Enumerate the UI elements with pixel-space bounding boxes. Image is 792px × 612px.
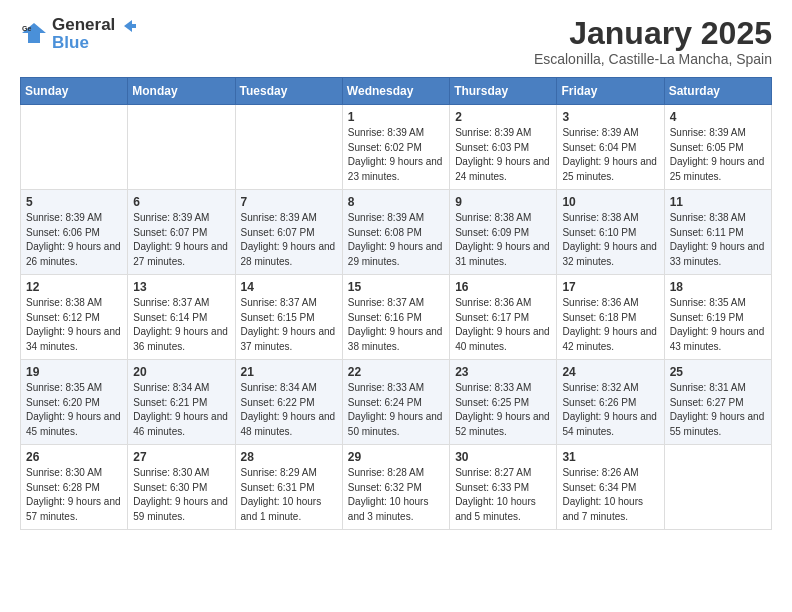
calendar-cell: 17Sunrise: 8:36 AM Sunset: 6:18 PM Dayli… [557,275,664,360]
calendar-cell: 31Sunrise: 8:26 AM Sunset: 6:34 PM Dayli… [557,445,664,530]
day-info: Sunrise: 8:37 AM Sunset: 6:16 PM Dayligh… [348,296,444,354]
day-number: 4 [670,110,766,124]
logo-text: General Blue [52,16,138,51]
weekday-header-wednesday: Wednesday [342,78,449,105]
calendar-cell: 23Sunrise: 8:33 AM Sunset: 6:25 PM Dayli… [450,360,557,445]
header: Ge General Blue January 2025 Escalonilla… [20,16,772,67]
calendar-cell: 30Sunrise: 8:27 AM Sunset: 6:33 PM Dayli… [450,445,557,530]
weekday-header-monday: Monday [128,78,235,105]
day-number: 26 [26,450,122,464]
day-info: Sunrise: 8:39 AM Sunset: 6:06 PM Dayligh… [26,211,122,269]
day-number: 23 [455,365,551,379]
calendar-cell: 21Sunrise: 8:34 AM Sunset: 6:22 PM Dayli… [235,360,342,445]
calendar-cell: 19Sunrise: 8:35 AM Sunset: 6:20 PM Dayli… [21,360,128,445]
calendar-cell: 22Sunrise: 8:33 AM Sunset: 6:24 PM Dayli… [342,360,449,445]
day-info: Sunrise: 8:27 AM Sunset: 6:33 PM Dayligh… [455,466,551,524]
day-number: 28 [241,450,337,464]
calendar-cell: 5Sunrise: 8:39 AM Sunset: 6:06 PM Daylig… [21,190,128,275]
calendar-cell: 1Sunrise: 8:39 AM Sunset: 6:02 PM Daylig… [342,105,449,190]
logo-arrow-icon [122,18,138,34]
day-number: 6 [133,195,229,209]
day-number: 2 [455,110,551,124]
day-info: Sunrise: 8:35 AM Sunset: 6:19 PM Dayligh… [670,296,766,354]
day-info: Sunrise: 8:29 AM Sunset: 6:31 PM Dayligh… [241,466,337,524]
day-info: Sunrise: 8:34 AM Sunset: 6:21 PM Dayligh… [133,381,229,439]
day-info: Sunrise: 8:39 AM Sunset: 6:03 PM Dayligh… [455,126,551,184]
calendar-cell: 11Sunrise: 8:38 AM Sunset: 6:11 PM Dayli… [664,190,771,275]
calendar-cell: 28Sunrise: 8:29 AM Sunset: 6:31 PM Dayli… [235,445,342,530]
calendar-cell: 7Sunrise: 8:39 AM Sunset: 6:07 PM Daylig… [235,190,342,275]
title-block: January 2025 Escalonilla, Castille-La Ma… [534,16,772,67]
day-number: 27 [133,450,229,464]
day-number: 13 [133,280,229,294]
day-info: Sunrise: 8:39 AM Sunset: 6:07 PM Dayligh… [241,211,337,269]
calendar-cell: 24Sunrise: 8:32 AM Sunset: 6:26 PM Dayli… [557,360,664,445]
day-number: 12 [26,280,122,294]
logo: Ge General Blue [20,16,138,51]
weekday-header-thursday: Thursday [450,78,557,105]
calendar-cell [664,445,771,530]
calendar-cell: 29Sunrise: 8:28 AM Sunset: 6:32 PM Dayli… [342,445,449,530]
day-number: 30 [455,450,551,464]
day-info: Sunrise: 8:39 AM Sunset: 6:08 PM Dayligh… [348,211,444,269]
week-row-5: 26Sunrise: 8:30 AM Sunset: 6:28 PM Dayli… [21,445,772,530]
day-info: Sunrise: 8:39 AM Sunset: 6:02 PM Dayligh… [348,126,444,184]
calendar-cell: 8Sunrise: 8:39 AM Sunset: 6:08 PM Daylig… [342,190,449,275]
calendar-cell [128,105,235,190]
weekday-header-tuesday: Tuesday [235,78,342,105]
day-number: 3 [562,110,658,124]
calendar-cell: 9Sunrise: 8:38 AM Sunset: 6:09 PM Daylig… [450,190,557,275]
day-info: Sunrise: 8:30 AM Sunset: 6:28 PM Dayligh… [26,466,122,524]
day-info: Sunrise: 8:36 AM Sunset: 6:17 PM Dayligh… [455,296,551,354]
weekday-header-sunday: Sunday [21,78,128,105]
calendar-body: 1Sunrise: 8:39 AM Sunset: 6:02 PM Daylig… [21,105,772,530]
day-info: Sunrise: 8:36 AM Sunset: 6:18 PM Dayligh… [562,296,658,354]
day-info: Sunrise: 8:26 AM Sunset: 6:34 PM Dayligh… [562,466,658,524]
day-number: 10 [562,195,658,209]
day-number: 8 [348,195,444,209]
day-number: 20 [133,365,229,379]
week-row-1: 1Sunrise: 8:39 AM Sunset: 6:02 PM Daylig… [21,105,772,190]
day-number: 17 [562,280,658,294]
day-number: 31 [562,450,658,464]
day-info: Sunrise: 8:35 AM Sunset: 6:20 PM Dayligh… [26,381,122,439]
location: Escalonilla, Castille-La Mancha, Spain [534,51,772,67]
page: Ge General Blue January 2025 Escalonilla… [0,0,792,550]
day-info: Sunrise: 8:38 AM Sunset: 6:09 PM Dayligh… [455,211,551,269]
day-number: 18 [670,280,766,294]
day-info: Sunrise: 8:28 AM Sunset: 6:32 PM Dayligh… [348,466,444,524]
day-info: Sunrise: 8:33 AM Sunset: 6:25 PM Dayligh… [455,381,551,439]
calendar-cell: 13Sunrise: 8:37 AM Sunset: 6:14 PM Dayli… [128,275,235,360]
weekday-row: SundayMondayTuesdayWednesdayThursdayFrid… [21,78,772,105]
day-info: Sunrise: 8:37 AM Sunset: 6:14 PM Dayligh… [133,296,229,354]
calendar-cell: 18Sunrise: 8:35 AM Sunset: 6:19 PM Dayli… [664,275,771,360]
day-number: 7 [241,195,337,209]
day-info: Sunrise: 8:30 AM Sunset: 6:30 PM Dayligh… [133,466,229,524]
day-number: 16 [455,280,551,294]
day-info: Sunrise: 8:32 AM Sunset: 6:26 PM Dayligh… [562,381,658,439]
day-info: Sunrise: 8:39 AM Sunset: 6:07 PM Dayligh… [133,211,229,269]
week-row-4: 19Sunrise: 8:35 AM Sunset: 6:20 PM Dayli… [21,360,772,445]
day-number: 14 [241,280,337,294]
calendar-cell: 2Sunrise: 8:39 AM Sunset: 6:03 PM Daylig… [450,105,557,190]
day-info: Sunrise: 8:39 AM Sunset: 6:05 PM Dayligh… [670,126,766,184]
calendar-cell: 16Sunrise: 8:36 AM Sunset: 6:17 PM Dayli… [450,275,557,360]
calendar-table: SundayMondayTuesdayWednesdayThursdayFrid… [20,77,772,530]
day-number: 5 [26,195,122,209]
day-number: 9 [455,195,551,209]
month-title: January 2025 [534,16,772,51]
day-number: 24 [562,365,658,379]
calendar-cell: 25Sunrise: 8:31 AM Sunset: 6:27 PM Dayli… [664,360,771,445]
day-info: Sunrise: 8:38 AM Sunset: 6:10 PM Dayligh… [562,211,658,269]
calendar-cell: 20Sunrise: 8:34 AM Sunset: 6:21 PM Dayli… [128,360,235,445]
calendar-cell: 27Sunrise: 8:30 AM Sunset: 6:30 PM Dayli… [128,445,235,530]
calendar-cell [21,105,128,190]
calendar-cell: 26Sunrise: 8:30 AM Sunset: 6:28 PM Dayli… [21,445,128,530]
day-info: Sunrise: 8:34 AM Sunset: 6:22 PM Dayligh… [241,381,337,439]
week-row-3: 12Sunrise: 8:38 AM Sunset: 6:12 PM Dayli… [21,275,772,360]
calendar-header: SundayMondayTuesdayWednesdayThursdayFrid… [21,78,772,105]
day-info: Sunrise: 8:33 AM Sunset: 6:24 PM Dayligh… [348,381,444,439]
day-number: 19 [26,365,122,379]
calendar-cell: 14Sunrise: 8:37 AM Sunset: 6:15 PM Dayli… [235,275,342,360]
calendar-cell: 6Sunrise: 8:39 AM Sunset: 6:07 PM Daylig… [128,190,235,275]
